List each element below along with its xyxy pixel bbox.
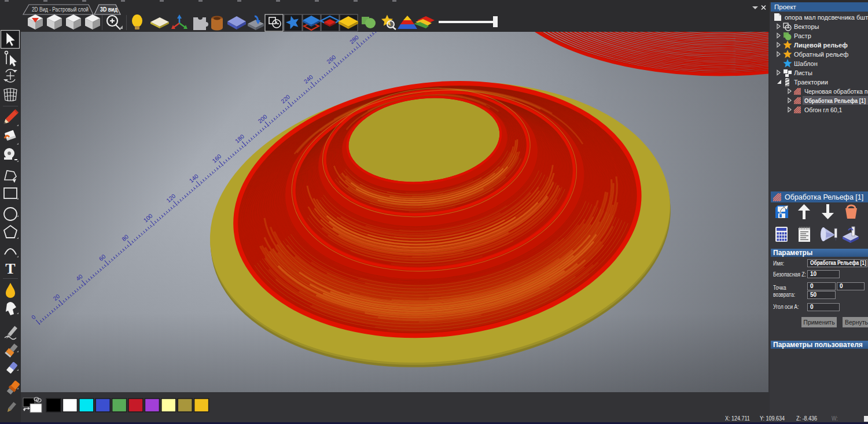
svg-text:180: 180 bbox=[234, 133, 245, 145]
svg-text:Векторы: Векторы bbox=[794, 23, 819, 30]
svg-text:40: 40 bbox=[75, 273, 84, 282]
svg-text:Обратный рельеф: Обратный рельеф bbox=[794, 51, 848, 58]
svg-text:220: 220 bbox=[279, 93, 291, 105]
svg-text:Обработка Рельефа [1]: Обработка Рельефа [1] bbox=[804, 97, 866, 104]
svg-text:Листы: Листы bbox=[794, 69, 812, 76]
svg-text:200: 200 bbox=[257, 113, 269, 125]
svg-text:3D вид: 3D вид bbox=[100, 6, 117, 13]
svg-text:140: 140 bbox=[188, 172, 200, 184]
svg-text:T: T bbox=[5, 260, 15, 277]
svg-text:260: 260 bbox=[325, 54, 337, 65]
svg-text:100: 100 bbox=[142, 212, 154, 224]
svg-text:Лицевой рельеф: Лицевой рельеф bbox=[794, 42, 848, 49]
svg-text:120: 120 bbox=[165, 193, 176, 204]
svg-text:Шаблон: Шаблон bbox=[794, 60, 818, 67]
svg-text:опора мал подсвечника бшт: опора мал подсвечника бшт bbox=[785, 14, 868, 21]
svg-text:240: 240 bbox=[303, 73, 314, 85]
svg-text:Траектории: Траектории bbox=[794, 79, 828, 86]
svg-text:80: 80 bbox=[120, 233, 130, 242]
svg-text:Растр: Растр bbox=[794, 32, 811, 39]
svg-text:280: 280 bbox=[348, 34, 360, 45]
svg-text:2D Вид - Растровый слой: 2D Вид - Растровый слой bbox=[32, 6, 89, 13]
svg-text:Обгон гл 60,1: Обгон гл 60,1 bbox=[804, 106, 843, 113]
svg-text:Черновая обработка по 3: Черновая обработка по 3 bbox=[804, 88, 868, 95]
svg-text:20: 20 bbox=[52, 293, 61, 302]
svg-text:0: 0 bbox=[30, 314, 37, 320]
svg-text:60: 60 bbox=[98, 253, 107, 262]
svg-text:160: 160 bbox=[211, 153, 223, 164]
